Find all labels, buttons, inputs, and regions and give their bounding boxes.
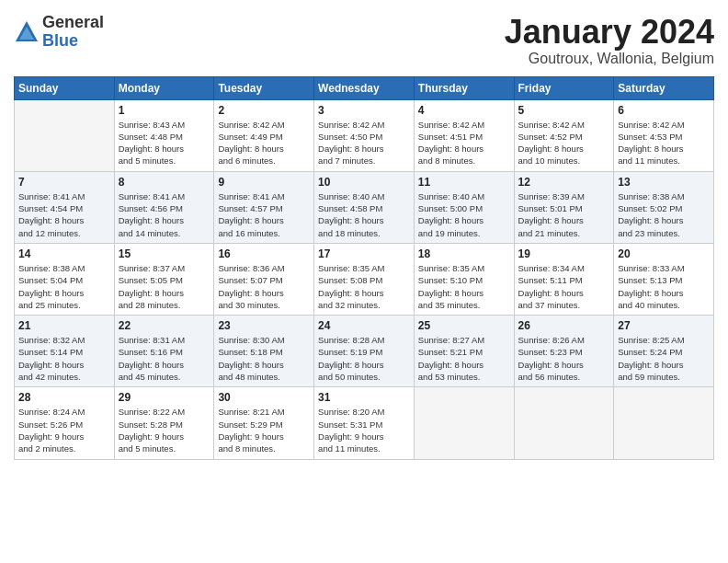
day-number: 28 — [18, 391, 110, 404]
table-row: 29Sunrise: 8:22 AM Sunset: 5:28 PM Dayli… — [114, 387, 214, 459]
table-row — [15, 99, 115, 171]
day-info: Sunrise: 8:41 AM Sunset: 4:57 PM Dayligh… — [218, 190, 310, 239]
day-info: Sunrise: 8:21 AM Sunset: 5:29 PM Dayligh… — [218, 406, 310, 454]
table-row: 1Sunrise: 8:43 AM Sunset: 4:48 PM Daylig… — [114, 99, 214, 171]
day-info: Sunrise: 8:35 AM Sunset: 5:08 PM Dayligh… — [318, 262, 410, 311]
day-number: 24 — [318, 319, 410, 332]
calendar-table: Sunday Monday Tuesday Wednesday Thursday… — [14, 76, 714, 460]
table-row: 28Sunrise: 8:24 AM Sunset: 5:26 PM Dayli… — [15, 387, 115, 459]
day-number: 5 — [518, 104, 610, 117]
day-info: Sunrise: 8:43 AM Sunset: 4:48 PM Dayligh… — [119, 119, 210, 167]
table-row: 30Sunrise: 8:21 AM Sunset: 5:29 PM Dayli… — [214, 387, 314, 459]
day-number: 1 — [119, 104, 210, 117]
header-friday: Friday — [514, 76, 614, 99]
calendar-week-row: 14Sunrise: 8:38 AM Sunset: 5:04 PM Dayli… — [15, 243, 714, 315]
table-row: 25Sunrise: 8:27 AM Sunset: 5:21 PM Dayli… — [414, 316, 514, 387]
day-info: Sunrise: 8:28 AM Sunset: 5:19 PM Dayligh… — [318, 334, 410, 383]
calendar-week-row: 21Sunrise: 8:32 AM Sunset: 5:14 PM Dayli… — [15, 316, 714, 387]
logo-blue: Blue — [42, 32, 104, 51]
day-info: Sunrise: 8:38 AM Sunset: 5:02 PM Dayligh… — [618, 190, 710, 239]
day-number: 20 — [618, 247, 710, 260]
day-number: 19 — [518, 247, 610, 260]
table-row: 26Sunrise: 8:26 AM Sunset: 5:23 PM Dayli… — [514, 316, 614, 387]
day-number: 31 — [318, 391, 410, 404]
day-info: Sunrise: 8:32 AM Sunset: 5:14 PM Dayligh… — [18, 334, 110, 383]
table-row: 16Sunrise: 8:36 AM Sunset: 5:07 PM Dayli… — [214, 243, 314, 315]
day-info: Sunrise: 8:40 AM Sunset: 4:58 PM Dayligh… — [318, 190, 410, 239]
location-subtitle: Goutroux, Wallonia, Belgium — [505, 51, 714, 67]
day-number: 29 — [119, 391, 210, 404]
table-row: 4Sunrise: 8:42 AM Sunset: 4:51 PM Daylig… — [414, 99, 514, 171]
weekday-header-row: Sunday Monday Tuesday Wednesday Thursday… — [15, 76, 714, 99]
table-row: 12Sunrise: 8:39 AM Sunset: 5:01 PM Dayli… — [514, 171, 614, 243]
table-row: 27Sunrise: 8:25 AM Sunset: 5:24 PM Dayli… — [614, 316, 714, 387]
table-row: 17Sunrise: 8:35 AM Sunset: 5:08 PM Dayli… — [314, 243, 415, 315]
header-saturday: Saturday — [614, 76, 714, 99]
header-sunday: Sunday — [15, 76, 115, 99]
table-row: 22Sunrise: 8:31 AM Sunset: 5:16 PM Dayli… — [114, 316, 214, 387]
day-number: 15 — [119, 247, 210, 260]
header-wednesday: Wednesday — [314, 76, 415, 99]
day-number: 21 — [18, 319, 110, 332]
day-number: 14 — [18, 247, 110, 260]
day-number: 17 — [318, 247, 410, 260]
day-number: 18 — [418, 247, 510, 260]
day-number: 8 — [119, 176, 210, 189]
day-info: Sunrise: 8:36 AM Sunset: 5:07 PM Dayligh… — [218, 262, 310, 311]
table-row: 15Sunrise: 8:37 AM Sunset: 5:05 PM Dayli… — [114, 243, 214, 315]
day-number: 3 — [318, 104, 410, 117]
day-number: 9 — [218, 176, 310, 189]
table-row — [514, 387, 614, 459]
day-info: Sunrise: 8:22 AM Sunset: 5:28 PM Dayligh… — [119, 406, 210, 454]
header: General Blue January 2024 Goutroux, Wall… — [14, 14, 714, 67]
day-info: Sunrise: 8:42 AM Sunset: 4:53 PM Dayligh… — [618, 119, 710, 167]
day-info: Sunrise: 8:38 AM Sunset: 5:04 PM Dayligh… — [18, 262, 110, 311]
month-title: January 2024 — [505, 14, 714, 51]
day-info: Sunrise: 8:25 AM Sunset: 5:24 PM Dayligh… — [618, 334, 710, 383]
day-info: Sunrise: 8:20 AM Sunset: 5:31 PM Dayligh… — [318, 406, 410, 454]
day-number: 16 — [218, 247, 310, 260]
day-info: Sunrise: 8:37 AM Sunset: 5:05 PM Dayligh… — [119, 262, 210, 311]
day-info: Sunrise: 8:41 AM Sunset: 4:56 PM Dayligh… — [119, 190, 210, 239]
logo-icon — [14, 19, 40, 45]
table-row: 21Sunrise: 8:32 AM Sunset: 5:14 PM Dayli… — [15, 316, 115, 387]
calendar-container: General Blue January 2024 Goutroux, Wall… — [0, 0, 728, 563]
day-number: 26 — [518, 319, 610, 332]
day-number: 25 — [418, 319, 510, 332]
day-info: Sunrise: 8:27 AM Sunset: 5:21 PM Dayligh… — [418, 334, 510, 383]
day-number: 11 — [418, 176, 510, 189]
table-row: 19Sunrise: 8:34 AM Sunset: 5:11 PM Dayli… — [514, 243, 614, 315]
day-number: 23 — [218, 319, 310, 332]
day-number: 10 — [318, 176, 410, 189]
table-row: 24Sunrise: 8:28 AM Sunset: 5:19 PM Dayli… — [314, 316, 415, 387]
day-info: Sunrise: 8:34 AM Sunset: 5:11 PM Dayligh… — [518, 262, 610, 311]
day-info: Sunrise: 8:41 AM Sunset: 4:54 PM Dayligh… — [18, 190, 110, 239]
logo-general: General — [42, 14, 104, 32]
day-number: 6 — [618, 104, 710, 117]
logo: General Blue — [14, 14, 104, 51]
day-number: 13 — [618, 176, 710, 189]
day-number: 12 — [518, 176, 610, 189]
table-row: 14Sunrise: 8:38 AM Sunset: 5:04 PM Dayli… — [15, 243, 115, 315]
calendar-week-row: 7Sunrise: 8:41 AM Sunset: 4:54 PM Daylig… — [15, 171, 714, 243]
day-info: Sunrise: 8:42 AM Sunset: 4:50 PM Dayligh… — [318, 119, 410, 167]
day-info: Sunrise: 8:40 AM Sunset: 5:00 PM Dayligh… — [418, 190, 510, 239]
calendar-week-row: 28Sunrise: 8:24 AM Sunset: 5:26 PM Dayli… — [15, 387, 714, 459]
table-row: 5Sunrise: 8:42 AM Sunset: 4:52 PM Daylig… — [514, 99, 614, 171]
day-info: Sunrise: 8:42 AM Sunset: 4:51 PM Dayligh… — [418, 119, 510, 167]
day-info: Sunrise: 8:30 AM Sunset: 5:18 PM Dayligh… — [218, 334, 310, 383]
calendar-week-row: 1Sunrise: 8:43 AM Sunset: 4:48 PM Daylig… — [15, 99, 714, 171]
table-row: 2Sunrise: 8:42 AM Sunset: 4:49 PM Daylig… — [214, 99, 314, 171]
day-info: Sunrise: 8:31 AM Sunset: 5:16 PM Dayligh… — [119, 334, 210, 383]
table-row: 13Sunrise: 8:38 AM Sunset: 5:02 PM Dayli… — [614, 171, 714, 243]
day-number: 27 — [618, 319, 710, 332]
table-row: 8Sunrise: 8:41 AM Sunset: 4:56 PM Daylig… — [114, 171, 214, 243]
table-row: 9Sunrise: 8:41 AM Sunset: 4:57 PM Daylig… — [214, 171, 314, 243]
table-row: 20Sunrise: 8:33 AM Sunset: 5:13 PM Dayli… — [614, 243, 714, 315]
header-tuesday: Tuesday — [214, 76, 314, 99]
table-row — [414, 387, 514, 459]
header-thursday: Thursday — [414, 76, 514, 99]
day-info: Sunrise: 8:42 AM Sunset: 4:49 PM Dayligh… — [218, 119, 310, 167]
table-row: 11Sunrise: 8:40 AM Sunset: 5:00 PM Dayli… — [414, 171, 514, 243]
table-row: 6Sunrise: 8:42 AM Sunset: 4:53 PM Daylig… — [614, 99, 714, 171]
